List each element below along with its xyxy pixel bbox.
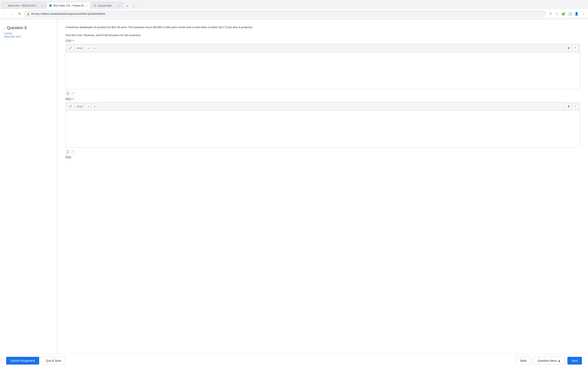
profile-button[interactable]: 👤 bbox=[574, 11, 579, 17]
question-menu-button[interactable]: Question Menu ▲ bbox=[534, 357, 565, 365]
reload-button[interactable]: ↻ bbox=[17, 11, 22, 17]
cost-infinity-button[interactable]: ∞ bbox=[86, 46, 91, 50]
cost-input-area[interactable] bbox=[66, 52, 580, 89]
tab-course-hero[interactable]: 🛡️ Course Hero × bbox=[91, 2, 123, 9]
menu-button[interactable]: ⋮ bbox=[580, 11, 586, 17]
tab-title-wvu-math: WVU Math 124 – Pretest #5 bbox=[53, 4, 84, 7]
tab-title-basic-info: Basic Info – 202201-MATH-12... bbox=[8, 4, 39, 7]
cost-infinity-label: ∞ bbox=[87, 47, 89, 50]
bottom-left-actions: Submit Assignment Quit & Save bbox=[6, 357, 66, 365]
bottom-right-actions: Back Question Menu ▲ Next bbox=[516, 357, 582, 365]
profit-label: P(x) bbox=[66, 155, 580, 159]
how-did-link[interactable]: How Did I Do? bbox=[4, 35, 21, 38]
tab-wvu-math[interactable]: 📘 WVU Math 124 – Pretest #5 × bbox=[47, 2, 91, 9]
tab-favicon-wvu-math: 📘 bbox=[49, 4, 52, 7]
sidebar-collapse-button[interactable]: − bbox=[4, 27, 6, 30]
tab-bar: 📄 Basic Info – 202201-MATH-12... × 📘 WVU… bbox=[0, 0, 588, 9]
revenue-delete-button[interactable]: 🗑 bbox=[566, 104, 571, 109]
tab-overflow-button[interactable]: ⌄ bbox=[131, 3, 137, 9]
page-layout: − Question 8 1 point How Did I Do? A bus… bbox=[0, 19, 588, 354]
revenue-alpha-button[interactable]: α bbox=[92, 104, 97, 109]
nav-actions: ⇧ ☆ 🧩 ⬜ 👤 ⋮ bbox=[548, 11, 586, 17]
revenue-sin-label: sin(a) bbox=[76, 105, 83, 108]
sidebar: − Question 8 1 point How Did I Do? bbox=[0, 19, 57, 354]
revenue-label: R(x) = bbox=[66, 97, 580, 100]
browser-chrome: 📄 Basic Info – 202201-MATH-12... × 📘 WVU… bbox=[0, 0, 588, 19]
cost-save-icon-2[interactable]: 📄 bbox=[70, 91, 75, 95]
extensions-button[interactable]: 🧩 bbox=[561, 11, 566, 17]
revenue-editor: ab sin(a) ∞ α 🗑 ? bbox=[66, 102, 580, 148]
next-button[interactable]: Next bbox=[567, 357, 582, 365]
quit-save-button[interactable]: Quit & Save bbox=[42, 357, 66, 365]
cost-sin-button[interactable]: sin(a) bbox=[75, 46, 85, 50]
revenue-save-icons: 📋 📄 bbox=[66, 149, 580, 154]
tab-title-course-hero: Course Hero bbox=[98, 4, 116, 7]
cost-toolbar: ab sin(a) ∞ α 🗑 ? bbox=[66, 44, 580, 52]
revenue-power-button[interactable]: ab bbox=[67, 104, 74, 109]
cost-delete-button[interactable]: 🗑 bbox=[566, 45, 571, 51]
revenue-toolbar: ab sin(a) ∞ α 🗑 ? bbox=[66, 102, 580, 111]
question-points: 1 point bbox=[4, 32, 53, 35]
revenue-input-area[interactable] bbox=[66, 111, 580, 147]
tab-close-basic-info[interactable]: × bbox=[41, 4, 44, 7]
forward-button[interactable]: → bbox=[9, 11, 15, 17]
cost-label: C(x) = bbox=[66, 39, 580, 42]
tab-favicon-basic-info: 📄 bbox=[4, 4, 7, 7]
address-bar[interactable]: 🔒 kh-wvu.mobius.cloud/modules/unproctore… bbox=[24, 10, 546, 17]
revenue-save-icon-2[interactable]: 📄 bbox=[70, 150, 75, 154]
tab-close-wvu-math[interactable]: × bbox=[85, 4, 88, 7]
revenue-sin-button[interactable]: sin(a) bbox=[75, 104, 85, 109]
tab-favicon-course-hero: 🛡️ bbox=[94, 4, 96, 7]
revenue-save-icon-1[interactable]: 📋 bbox=[66, 150, 70, 154]
cost-save-icon-1[interactable]: 📋 bbox=[66, 91, 70, 95]
url-text: kh-wvu.mobius.cloud/modules/unproctoredT… bbox=[31, 12, 543, 15]
cost-sin-label: sin(a) bbox=[76, 47, 83, 50]
cost-power-button[interactable]: ab bbox=[67, 45, 74, 50]
revenue-alpha-label: α bbox=[94, 105, 95, 108]
lock-icon: 🔒 bbox=[27, 12, 30, 15]
cost-power-label: ab bbox=[69, 46, 72, 50]
bookmark-button[interactable]: ☆ bbox=[554, 11, 560, 17]
back-nav-button[interactable]: Back bbox=[516, 357, 531, 365]
cost-help-button[interactable]: ? bbox=[572, 45, 578, 51]
main-content: A business wholesales its product for $4… bbox=[57, 19, 588, 354]
new-tab-button[interactable]: + bbox=[124, 3, 130, 9]
cost-save-icons: 📋 📄 bbox=[66, 91, 580, 96]
tab-basic-info[interactable]: 📄 Basic Info – 202201-MATH-12... × bbox=[2, 2, 47, 9]
nav-bar: ← → ↻ 🔒 kh-wvu.mobius.cloud/modules/unpr… bbox=[0, 9, 588, 19]
cost-editor: ab sin(a) ∞ α 🗑 ? bbox=[66, 44, 580, 89]
back-button[interactable]: ← bbox=[2, 11, 8, 17]
question-title: Question 8 bbox=[7, 25, 27, 30]
revenue-power-label: ab bbox=[69, 105, 72, 108]
find-text: Find the Cost, Revenue, and Profit funct… bbox=[66, 34, 580, 37]
revenue-infinity-button[interactable]: ∞ bbox=[86, 104, 91, 109]
split-button[interactable]: ⬜ bbox=[567, 11, 573, 17]
bottom-bar: Submit Assignment Quit & Save Back Quest… bbox=[0, 354, 588, 367]
submit-assignment-button[interactable]: Submit Assignment bbox=[6, 357, 39, 365]
cost-alpha-button[interactable]: α bbox=[92, 46, 97, 50]
cost-alpha-label: α bbox=[94, 47, 95, 50]
revenue-infinity-label: ∞ bbox=[87, 105, 89, 108]
revenue-help-button[interactable]: ? bbox=[572, 104, 578, 109]
share-button[interactable]: ⇧ bbox=[548, 11, 553, 17]
question-problem-text: A business wholesales its product for $4… bbox=[66, 25, 580, 30]
tab-close-course-hero[interactable]: × bbox=[118, 4, 121, 7]
